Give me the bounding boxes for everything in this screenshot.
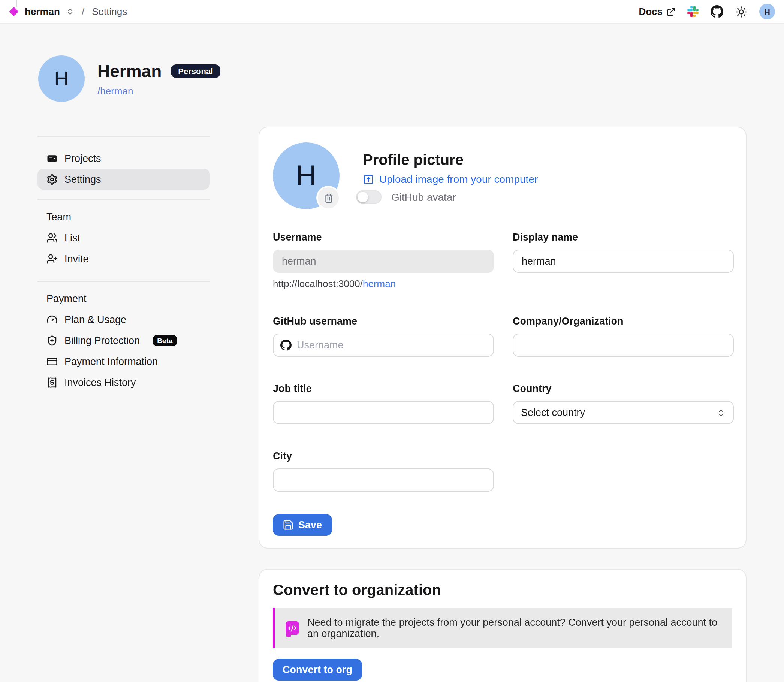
convert-to-org-label: Convert to org <box>282 664 352 675</box>
sidebar-item-label: Billing Protection <box>64 335 140 346</box>
topbar: herman / Settings Docs <box>0 0 784 24</box>
sidebar-section-team: Team <box>37 211 210 223</box>
github-username-input[interactable] <box>273 333 494 357</box>
save-icon <box>282 519 294 531</box>
github-avatar-toggle[interactable] <box>356 190 381 204</box>
external-link-icon <box>666 7 675 16</box>
convert-to-organization-card: Convert to organization Need to migrate … <box>258 569 747 682</box>
profile-picture-title: Profile picture <box>363 151 538 169</box>
docs-link[interactable]: Docs <box>639 6 675 17</box>
convert-banner-message: Need to migrate the projects from your p… <box>307 617 722 639</box>
user-avatar[interactable]: H <box>759 4 775 19</box>
team-selector[interactable]: herman <box>25 6 60 17</box>
github-input-icon <box>280 339 292 351</box>
github-avatar-toggle-label: GitHub avatar <box>391 191 456 203</box>
profile-handle-link[interactable]: /herman <box>97 85 220 96</box>
username-label: Username <box>273 231 494 243</box>
personal-badge: Personal <box>171 64 220 78</box>
gear-icon <box>46 174 58 185</box>
credit-card-icon <box>46 355 58 367</box>
topbar-notch <box>16 0 17 7</box>
upload-image-icon <box>363 174 374 185</box>
docs-label: Docs <box>639 6 663 17</box>
sidebar-item-label: Payment Information <box>64 355 158 367</box>
job-title-input[interactable] <box>273 401 494 424</box>
convert-to-org-button[interactable]: Convert to org <box>273 659 362 680</box>
sidebar-item-label: Projects <box>64 153 101 164</box>
chevrons-up-down-icon[interactable] <box>66 8 74 16</box>
github-username-label: GitHub username <box>273 316 494 327</box>
sidebar-item-billing-protection[interactable]: Billing Protection Beta <box>37 330 210 351</box>
profile-avatar: H <box>38 56 85 102</box>
sidebar-divider <box>37 136 210 137</box>
profile-url-prefix: http://localhost:3000/ <box>273 278 363 289</box>
github-icon[interactable] <box>711 5 723 18</box>
gauge-icon <box>46 314 58 325</box>
delete-avatar-button[interactable] <box>316 186 340 210</box>
city-label: City <box>273 451 494 462</box>
convert-info-banner: Need to migrate the projects from your p… <box>273 608 732 648</box>
sidebar-item-team-invite[interactable]: Invite <box>37 248 210 269</box>
code-icon <box>285 621 299 635</box>
convert-card-title: Convert to organization <box>273 582 732 599</box>
profile-header: H Herman Personal /herman <box>38 56 784 102</box>
beta-badge: Beta <box>153 335 177 346</box>
shield-plus-icon <box>46 335 58 346</box>
topbar-actions: Docs H <box>639 4 775 19</box>
save-button-label: Save <box>298 519 322 531</box>
city-input[interactable] <box>273 468 494 492</box>
app-window: herman / Settings Docs <box>0 0 784 682</box>
job-title-label: Job title <box>273 383 494 394</box>
user-plus-icon <box>46 253 58 264</box>
company-input[interactable] <box>513 333 734 357</box>
sidebar-item-label: Invite <box>64 253 89 264</box>
profile-url: http://localhost:3000/herman <box>273 278 494 289</box>
sidebar-item-label: Plan & Usage <box>64 314 126 325</box>
avatar-initial: H <box>296 159 317 192</box>
save-button[interactable]: Save <box>273 514 331 536</box>
breadcrumb-separator: / <box>82 6 84 17</box>
sidebar-item-plan-usage[interactable]: Plan & Usage <box>37 309 210 330</box>
trash-icon <box>323 193 333 203</box>
sidebar-item-invoices-history[interactable]: Invoices History <box>37 372 210 393</box>
sidebar-section-payment: Payment <box>37 293 210 304</box>
sidebar-divider <box>37 199 210 200</box>
profile-url-link[interactable]: herman <box>363 278 396 289</box>
sidebar-item-projects[interactable]: Projects <box>37 148 210 169</box>
sidebar-item-settings[interactable]: Settings <box>37 169 210 190</box>
username-input[interactable] <box>273 250 494 273</box>
breadcrumb-current: Settings <box>92 6 127 17</box>
profile-picture-avatar: H <box>273 142 339 209</box>
country-select-value: Select country <box>521 407 585 418</box>
profile-name: Herman <box>97 61 161 81</box>
toggle-knob <box>357 192 368 202</box>
sidebar-item-payment-information[interactable]: Payment Information <box>37 351 210 372</box>
upload-image-label: Upload image from your computer <box>379 173 538 185</box>
slack-icon[interactable] <box>687 6 698 17</box>
sidebar-item-label: Invoices History <box>64 377 136 388</box>
sidebar: Projects Settings Team List <box>37 127 210 393</box>
users-icon <box>46 232 58 243</box>
sidebar-divider <box>37 281 210 282</box>
wallet-icon <box>46 153 58 164</box>
sidebar-item-team-list[interactable]: List <box>37 227 210 248</box>
theme-sun-icon[interactable] <box>735 6 747 18</box>
sidebar-item-label: List <box>64 232 80 243</box>
country-select[interactable]: Select country <box>513 401 734 424</box>
chevrons-up-down-icon <box>717 408 725 417</box>
profile-settings-card: H Profile picture U <box>258 127 747 548</box>
receipt-icon <box>46 377 58 388</box>
country-label: Country <box>513 383 734 394</box>
display-name-label: Display name <box>513 231 734 243</box>
company-label: Company/Organization <box>513 316 734 327</box>
upload-image-link[interactable]: Upload image from your computer <box>363 173 538 185</box>
team-diamond-icon <box>9 7 19 16</box>
display-name-input[interactable] <box>513 250 734 273</box>
sidebar-item-label: Settings <box>64 174 101 185</box>
